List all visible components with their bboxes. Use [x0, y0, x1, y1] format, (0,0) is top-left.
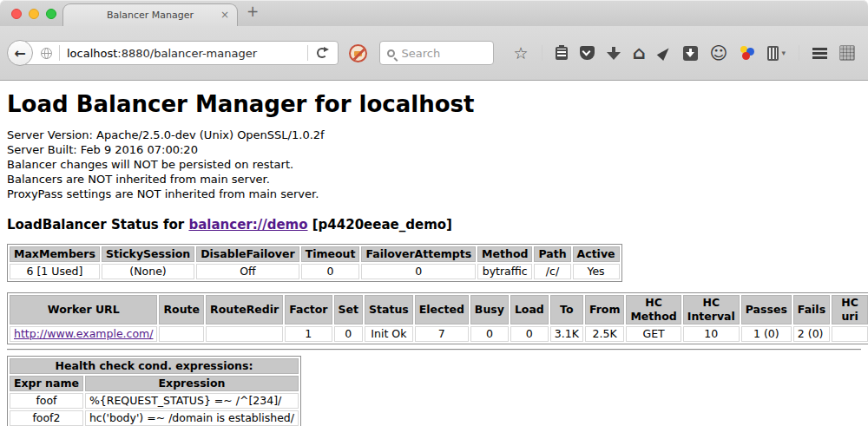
heading-prefix: LoadBalancer Status for [7, 217, 188, 233]
cell-load: 0 [510, 326, 549, 342]
video-download-extension-icon[interactable] [683, 46, 698, 61]
cell-worker-url: http://www.example.com/ [10, 326, 157, 342]
health-check-table: Health check cond. expressions: Expr nam… [7, 356, 301, 426]
minimize-window-button[interactable] [29, 9, 39, 19]
cell-expr-name: foof2 [10, 410, 83, 426]
balancer-demo-link[interactable]: balancer://demo [188, 217, 307, 233]
cell-set: 0 [334, 326, 363, 342]
table-caption-row: Health check cond. expressions: [10, 358, 299, 374]
cell-route [159, 326, 204, 342]
window-controls [11, 9, 56, 19]
bookmark-star-icon[interactable]: ☆ [514, 45, 529, 62]
col-load: Load [510, 295, 549, 324]
tab-balancer-manager[interactable]: Balancer Manager × [62, 3, 238, 26]
cell-fails: 2 (0) [793, 326, 830, 342]
balancer-settings-table: MaxMembers StickySession DisableFailover… [7, 244, 622, 282]
tab-bar: Balancer Manager × + [0, 0, 868, 26]
cell-routeredir [206, 326, 283, 342]
colored-dots-extension-icon[interactable] [740, 45, 755, 61]
navigation-toolbar: ← localhost:8880/balancer-manager ☆ ⌂ [0, 26, 868, 81]
cell-elected: 7 [415, 326, 469, 342]
col-worker-url: Worker URL [10, 295, 157, 324]
new-tab-button[interactable]: + [247, 3, 259, 20]
cell-status: Init Ok [365, 326, 413, 342]
cell-to: 3.1K [550, 326, 583, 342]
col-active: Active [573, 246, 620, 262]
col-passes: Passes [741, 295, 792, 324]
url-bar[interactable]: localhost:8880/balancer-manager [19, 41, 339, 65]
cell-passes: 1 (0) [741, 326, 792, 342]
col-fails: Fails [793, 295, 830, 324]
col-hc-interval: HC Interval [683, 295, 740, 324]
health-table-caption: Health check cond. expressions: [10, 358, 299, 374]
table-row: http://www.example.com/ 1 0 Init Ok 7 0 … [10, 326, 868, 342]
send-tab-icon[interactable] [656, 45, 671, 61]
url-path: :8880/balancer-manager [117, 47, 257, 60]
downloads-icon[interactable] [607, 47, 621, 60]
cell-busy: 0 [470, 326, 509, 342]
cell-disablefailover: Off [196, 264, 299, 279]
close-window-button[interactable] [11, 9, 22, 19]
col-disablefailover: DisableFailover [196, 246, 299, 262]
notice-line: ProxyPass settings are NOT inherited fro… [7, 187, 861, 201]
col-method: Method [477, 246, 532, 262]
search-bar[interactable] [379, 41, 494, 65]
col-to: To [550, 295, 583, 324]
cell-path: /c/ [534, 264, 570, 279]
library-icon[interactable] [556, 47, 568, 60]
grid-extension-icon[interactable] [839, 45, 855, 61]
cell-from: 2.5K [585, 326, 625, 342]
col-expression: Expression [85, 376, 299, 391]
table-row: foof %{REQUEST_STATUS} =~ /^[234]/ [10, 393, 299, 409]
menu-icon[interactable] [812, 48, 827, 59]
zoom-window-button[interactable] [46, 9, 56, 19]
page-content: Load Balancer Manager for localhost Serv… [0, 91, 868, 426]
col-routeredir: RouteRedir [206, 295, 283, 324]
globe-icon[interactable] [41, 48, 52, 59]
divider [59, 45, 60, 61]
cell-hc-method: GET [626, 326, 681, 342]
cell-expression: %{REQUEST_STATUS} =~ /^[234]/ [85, 393, 299, 409]
home-icon[interactable]: ⌂ [633, 44, 646, 62]
col-route: Route [159, 295, 204, 324]
url-domain: localhost [67, 47, 117, 60]
cell-method: bytraffic [477, 264, 532, 279]
search-input[interactable] [400, 46, 478, 61]
col-timeout: Timeout [301, 246, 360, 262]
table-row: foof2 hc('body') =~ /domain is establish… [10, 410, 299, 426]
cell-timeout: 0 [301, 264, 360, 279]
back-button[interactable]: ← [7, 40, 33, 66]
cell-factor: 1 [285, 326, 332, 342]
url-text[interactable]: localhost:8880/balancer-manager [67, 47, 257, 60]
col-status: Status [365, 295, 413, 324]
chevron-down-icon[interactable]: ▾ [781, 49, 786, 57]
col-maxmembers: MaxMembers [10, 246, 100, 262]
col-hc-uri: HC uri [832, 295, 868, 324]
search-magnifier-icon[interactable] [387, 49, 395, 57]
pocket-icon[interactable] [580, 46, 595, 60]
worker-table: Worker URL Route RouteRedir Factor Set S… [7, 292, 868, 344]
table-row: 6 [1 Used] (None) Off 0 0 bytraffic /c/ … [10, 264, 620, 279]
table-header-row: MaxMembers StickySession DisableFailover… [10, 246, 620, 262]
cell-failoverattempts: 0 [361, 264, 476, 279]
divider [799, 45, 799, 61]
server-built-line: Server Built: Feb 9 2016 07:00:20 [7, 142, 861, 157]
col-path: Path [534, 246, 570, 262]
divider [7, 349, 861, 351]
heading-suffix: [p4420eeae_demo] [308, 217, 452, 233]
table-header-row: Expr name Expression [10, 376, 299, 391]
back-arrow-icon: ← [14, 45, 25, 62]
tab-close-icon[interactable]: × [220, 9, 229, 21]
battery-extension-icon[interactable] [767, 46, 779, 61]
worker-url-link[interactable]: http://www.example.com/ [14, 327, 153, 340]
toolbar-icons: ☆ ⌂ ☺ ▾ [508, 44, 861, 62]
col-hc-method: HC Method [626, 295, 681, 324]
plugin-blocked-icon[interactable] [349, 44, 367, 62]
col-set: Set [334, 295, 363, 324]
cell-expr-name: foof [10, 393, 83, 409]
emoji-extension-icon[interactable]: ☺ [710, 44, 728, 62]
reload-icon[interactable] [317, 48, 327, 58]
divider [542, 45, 542, 61]
cell-stickysession: (None) [102, 264, 194, 279]
col-busy: Busy [470, 295, 509, 324]
